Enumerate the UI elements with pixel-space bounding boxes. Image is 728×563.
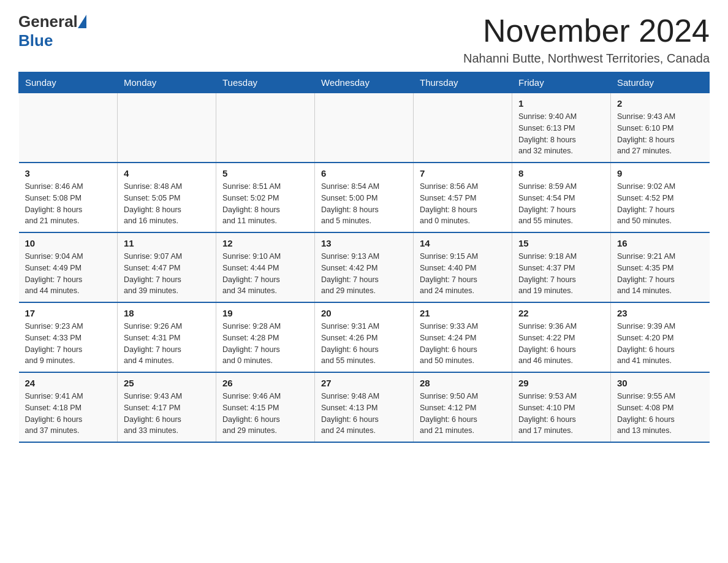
day-number: 17 <box>25 308 112 318</box>
calendar-day-cell: 24Sunrise: 9:41 AM Sunset: 4:18 PM Dayli… <box>19 372 118 442</box>
day-info: Sunrise: 9:36 AM Sunset: 4:22 PM Dayligh… <box>518 321 604 367</box>
calendar-week-row: 1Sunrise: 9:40 AM Sunset: 6:13 PM Daylig… <box>19 93 710 163</box>
calendar-week-row: 10Sunrise: 9:04 AM Sunset: 4:49 PM Dayli… <box>19 232 710 302</box>
day-number: 5 <box>222 168 308 178</box>
day-number: 14 <box>420 238 506 248</box>
day-info: Sunrise: 9:21 AM Sunset: 4:35 PM Dayligh… <box>617 251 703 297</box>
day-number: 9 <box>617 168 703 178</box>
day-info: Sunrise: 9:40 AM Sunset: 6:13 PM Dayligh… <box>518 111 604 157</box>
day-number: 29 <box>518 378 604 388</box>
day-number: 7 <box>420 168 506 178</box>
day-info: Sunrise: 9:48 AM Sunset: 4:13 PM Dayligh… <box>321 391 407 437</box>
day-info: Sunrise: 9:07 AM Sunset: 4:47 PM Dayligh… <box>124 251 210 297</box>
day-number: 1 <box>518 98 604 109</box>
day-number: 15 <box>518 238 604 248</box>
calendar-day-cell: 28Sunrise: 9:50 AM Sunset: 4:12 PM Dayli… <box>414 372 512 442</box>
calendar-day-cell: 6Sunrise: 8:54 AM Sunset: 5:00 PM Daylig… <box>315 163 414 232</box>
calendar-day-cell: 20Sunrise: 9:31 AM Sunset: 4:26 PM Dayli… <box>315 302 414 372</box>
day-number: 4 <box>124 168 210 178</box>
day-info: Sunrise: 9:46 AM Sunset: 4:15 PM Dayligh… <box>222 391 308 437</box>
day-info: Sunrise: 9:43 AM Sunset: 4:17 PM Dayligh… <box>124 391 210 437</box>
calendar-body: 1Sunrise: 9:40 AM Sunset: 6:13 PM Daylig… <box>19 93 710 443</box>
calendar-day-cell: 9Sunrise: 9:02 AM Sunset: 4:52 PM Daylig… <box>611 163 710 232</box>
calendar-day-cell: 3Sunrise: 8:46 AM Sunset: 5:08 PM Daylig… <box>19 163 118 232</box>
calendar-day-cell: 10Sunrise: 9:04 AM Sunset: 4:49 PM Dayli… <box>19 232 118 302</box>
day-info: Sunrise: 9:50 AM Sunset: 4:12 PM Dayligh… <box>420 391 506 437</box>
calendar-day-cell: 14Sunrise: 9:15 AM Sunset: 4:40 PM Dayli… <box>414 232 512 302</box>
calendar-table: SundayMondayTuesdayWednesdayThursdayFrid… <box>18 72 710 443</box>
day-info: Sunrise: 8:54 AM Sunset: 5:00 PM Dayligh… <box>321 181 407 227</box>
day-number: 25 <box>124 378 210 388</box>
day-number: 28 <box>420 378 506 388</box>
day-number: 24 <box>25 378 112 388</box>
day-info: Sunrise: 9:10 AM Sunset: 4:44 PM Dayligh… <box>222 251 308 297</box>
month-title: November 2024 <box>463 12 710 49</box>
day-number: 12 <box>222 238 308 248</box>
day-number: 13 <box>321 238 407 248</box>
day-info: Sunrise: 9:41 AM Sunset: 4:18 PM Dayligh… <box>25 391 112 437</box>
days-of-week-row: SundayMondayTuesdayWednesdayThursdayFrid… <box>19 72 710 93</box>
day-info: Sunrise: 9:26 AM Sunset: 4:31 PM Dayligh… <box>124 321 210 367</box>
calendar-day-cell: 15Sunrise: 9:18 AM Sunset: 4:37 PM Dayli… <box>512 232 611 302</box>
calendar-day-cell: 25Sunrise: 9:43 AM Sunset: 4:17 PM Dayli… <box>118 372 216 442</box>
calendar-week-row: 17Sunrise: 9:23 AM Sunset: 4:33 PM Dayli… <box>19 302 710 372</box>
day-info: Sunrise: 9:15 AM Sunset: 4:40 PM Dayligh… <box>420 251 506 297</box>
day-number: 8 <box>518 168 604 178</box>
day-number: 22 <box>518 308 604 318</box>
calendar-week-row: 24Sunrise: 9:41 AM Sunset: 4:18 PM Dayli… <box>19 372 710 442</box>
day-info: Sunrise: 9:39 AM Sunset: 4:20 PM Dayligh… <box>617 321 703 367</box>
day-info: Sunrise: 9:04 AM Sunset: 4:49 PM Dayligh… <box>25 251 112 297</box>
calendar-day-cell: 13Sunrise: 9:13 AM Sunset: 4:42 PM Dayli… <box>315 232 414 302</box>
calendar-day-cell <box>315 93 414 163</box>
calendar-day-cell: 17Sunrise: 9:23 AM Sunset: 4:33 PM Dayli… <box>19 302 118 372</box>
day-number: 3 <box>25 168 112 178</box>
day-info: Sunrise: 9:33 AM Sunset: 4:24 PM Dayligh… <box>420 321 506 367</box>
calendar-day-cell: 30Sunrise: 9:55 AM Sunset: 4:08 PM Dayli… <box>611 372 710 442</box>
calendar-day-cell: 12Sunrise: 9:10 AM Sunset: 4:44 PM Dayli… <box>216 232 315 302</box>
calendar-week-row: 3Sunrise: 8:46 AM Sunset: 5:08 PM Daylig… <box>19 163 710 232</box>
day-info: Sunrise: 9:43 AM Sunset: 6:10 PM Dayligh… <box>617 111 703 157</box>
calendar-day-cell: 7Sunrise: 8:56 AM Sunset: 4:57 PM Daylig… <box>414 163 512 232</box>
day-info: Sunrise: 9:18 AM Sunset: 4:37 PM Dayligh… <box>518 251 604 297</box>
day-number: 16 <box>617 238 703 248</box>
calendar-day-cell: 22Sunrise: 9:36 AM Sunset: 4:22 PM Dayli… <box>512 302 611 372</box>
calendar-day-cell <box>216 93 315 163</box>
day-info: Sunrise: 8:56 AM Sunset: 4:57 PM Dayligh… <box>420 181 506 227</box>
day-info: Sunrise: 9:23 AM Sunset: 4:33 PM Dayligh… <box>25 321 112 367</box>
calendar-day-cell: 5Sunrise: 8:51 AM Sunset: 5:02 PM Daylig… <box>216 163 315 232</box>
calendar-day-cell: 21Sunrise: 9:33 AM Sunset: 4:24 PM Dayli… <box>414 302 512 372</box>
day-number: 19 <box>222 308 308 318</box>
day-info: Sunrise: 9:55 AM Sunset: 4:08 PM Dayligh… <box>617 391 703 437</box>
calendar-day-cell: 27Sunrise: 9:48 AM Sunset: 4:13 PM Dayli… <box>315 372 414 442</box>
day-of-week-header: Monday <box>118 72 216 93</box>
logo-general-text: General <box>18 12 78 31</box>
day-number: 30 <box>617 378 703 388</box>
day-info: Sunrise: 9:13 AM Sunset: 4:42 PM Dayligh… <box>321 251 407 297</box>
calendar-day-cell <box>19 93 118 163</box>
calendar-day-cell <box>414 93 512 163</box>
location-subtitle: Nahanni Butte, Northwest Territories, Ca… <box>463 52 710 66</box>
calendar-day-cell: 23Sunrise: 9:39 AM Sunset: 4:20 PM Dayli… <box>611 302 710 372</box>
day-of-week-header: Saturday <box>611 72 710 93</box>
day-info: Sunrise: 9:28 AM Sunset: 4:28 PM Dayligh… <box>222 321 308 367</box>
logo-triangle-icon <box>78 15 86 28</box>
calendar-day-cell: 26Sunrise: 9:46 AM Sunset: 4:15 PM Dayli… <box>216 372 315 442</box>
calendar-day-cell: 18Sunrise: 9:26 AM Sunset: 4:31 PM Dayli… <box>118 302 216 372</box>
title-section: November 2024 Nahanni Butte, Northwest T… <box>463 12 710 66</box>
calendar-day-cell: 19Sunrise: 9:28 AM Sunset: 4:28 PM Dayli… <box>216 302 315 372</box>
logo-blue-text: Blue <box>18 31 53 50</box>
day-of-week-header: Tuesday <box>216 72 315 93</box>
calendar-day-cell: 8Sunrise: 8:59 AM Sunset: 4:54 PM Daylig… <box>512 163 611 232</box>
calendar-day-cell <box>118 93 216 163</box>
logo-blue-container <box>78 15 86 29</box>
day-of-week-header: Wednesday <box>315 72 414 93</box>
calendar-day-cell: 2Sunrise: 9:43 AM Sunset: 6:10 PM Daylig… <box>611 93 710 163</box>
logo: General Blue <box>18 12 86 50</box>
calendar-day-cell: 11Sunrise: 9:07 AM Sunset: 4:47 PM Dayli… <box>118 232 216 302</box>
day-number: 18 <box>124 308 210 318</box>
calendar-day-cell: 16Sunrise: 9:21 AM Sunset: 4:35 PM Dayli… <box>611 232 710 302</box>
calendar-day-cell: 29Sunrise: 9:53 AM Sunset: 4:10 PM Dayli… <box>512 372 611 442</box>
day-info: Sunrise: 8:48 AM Sunset: 5:05 PM Dayligh… <box>124 181 210 227</box>
day-info: Sunrise: 9:02 AM Sunset: 4:52 PM Dayligh… <box>617 181 703 227</box>
day-number: 6 <box>321 168 407 178</box>
